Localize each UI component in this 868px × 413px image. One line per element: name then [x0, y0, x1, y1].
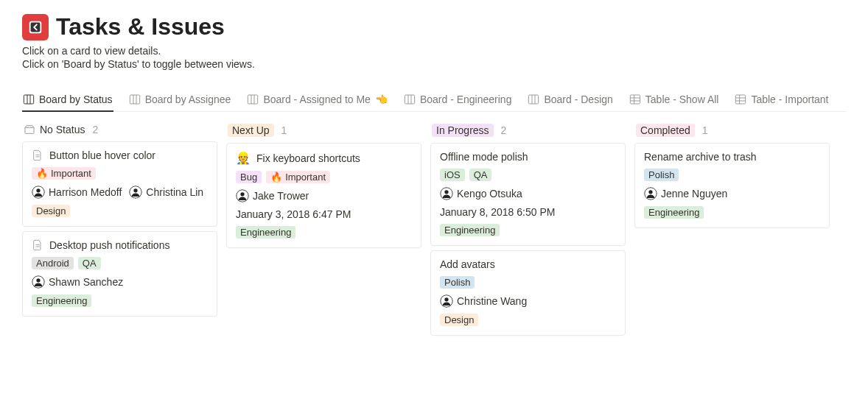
column-nextup: Next Up1👷Fix keyboard shortcutsBug🔥Impor…: [226, 122, 421, 340]
assignees: Jake Trower: [236, 189, 412, 202]
avatar-icon: [440, 187, 453, 200]
card-title-row: Offline mode polish: [440, 151, 616, 163]
view-tab-label: Table - Important: [751, 93, 828, 105]
tag-label: Important: [285, 172, 326, 183]
view-tab-table-important[interactable]: Table - Important: [734, 89, 829, 111]
card[interactable]: Add avatarsPolishChristine WangDesign: [430, 250, 626, 336]
column-header: No Status2: [22, 122, 217, 141]
tag-design: Design: [32, 205, 70, 217]
tag-engineering: Engineering: [644, 206, 704, 219]
person: Christine Wang: [440, 294, 527, 308]
tag-label: Important: [51, 168, 91, 179]
assignees: Harrison MedoffChristina Lin: [32, 186, 208, 199]
team-tags: Engineering: [440, 224, 616, 236]
column-count: 2: [501, 124, 507, 136]
column-header: In Progress2: [430, 122, 626, 143]
app-icon: [22, 14, 49, 40]
person: Kengo Otsuka: [440, 187, 522, 200]
column-header: Next Up1: [226, 122, 421, 143]
board-icon: [129, 93, 141, 105]
card-title: Fix keyboard shortcuts: [256, 152, 360, 164]
subtitle-line-1: Click on a card to view details.: [22, 45, 846, 57]
card-title: Rename archive to trash: [644, 151, 757, 163]
team-tags: Design: [440, 314, 616, 326]
column-count: 1: [281, 124, 287, 136]
person-name: Christina Lin: [146, 186, 203, 198]
column-nostatus: No Status2Button blue hover color🔥Import…: [22, 122, 217, 340]
board-icon: [247, 93, 259, 105]
person-name: Shawn Sanchez: [49, 276, 123, 288]
column-title[interactable]: Completed: [636, 124, 695, 137]
view-tab-label: Board by Status: [39, 93, 113, 105]
team-tags: Engineering: [644, 206, 820, 219]
page-icon: [32, 239, 43, 251]
avatar-icon: [440, 294, 453, 308]
card-title-row: 👷Fix keyboard shortcuts: [236, 151, 412, 165]
card[interactable]: Desktop push notificationsAndroidQAShawn…: [22, 231, 217, 317]
card[interactable]: Offline mode polishiOSQAKengo OtsukaJanu…: [430, 143, 626, 246]
person: Christina Lin: [129, 186, 203, 199]
view-tab-label: Board - Engineering: [420, 93, 512, 105]
column-title[interactable]: No Status: [24, 124, 85, 135]
tag-qa: QA: [469, 169, 492, 181]
priority-tags: Bug🔥Important: [236, 171, 412, 183]
board-icon: [528, 93, 539, 105]
column-header: Completed1: [634, 122, 830, 143]
column-title[interactable]: Next Up: [228, 124, 274, 137]
card-title: Add avatars: [440, 258, 495, 270]
card[interactable]: 👷Fix keyboard shortcutsBug🔥ImportantJake…: [226, 143, 421, 248]
person-name: Christine Wang: [457, 295, 527, 307]
tag-android: Android: [32, 257, 74, 269]
view-tab-label: Table - Show All: [645, 93, 719, 105]
card-title-row: Desktop push notifications: [32, 239, 208, 251]
tag-ios: iOS: [440, 169, 465, 181]
tag-engineering: Engineering: [32, 294, 91, 307]
card[interactable]: Button blue hover color🔥ImportantHarriso…: [22, 141, 217, 227]
project-tags: Polish: [440, 276, 616, 289]
assignees: Kengo Otsuka: [440, 187, 616, 200]
view-tab-table-show-all[interactable]: Table - Show All: [629, 89, 720, 111]
tag-bug: Bug: [236, 171, 262, 183]
view-tab-board-by-assignee[interactable]: Board by Assignee: [128, 89, 232, 111]
project-tags: iOSQA: [440, 169, 616, 181]
view-tab-board-by-status[interactable]: Board by Status: [22, 89, 113, 111]
assignees: Shawn Sanchez: [32, 275, 208, 289]
person-name: Jake Trower: [253, 190, 309, 202]
column-title-label: No Status: [40, 124, 85, 135]
view-tab-label: Board - Assigned to Me: [263, 93, 371, 105]
view-tab-board-assigned-to-me[interactable]: Board - Assigned to Me👈: [246, 89, 388, 111]
card-emoji-icon: 👷: [236, 151, 251, 165]
person: Harrison Medoff: [32, 186, 122, 199]
person-name: Kengo Otsuka: [457, 188, 522, 200]
pointing-hand-icon: 👈: [375, 93, 388, 105]
tag-polish: Polish: [644, 169, 679, 181]
avatar-icon: [236, 189, 249, 202]
card-date: January 3, 2018 6:47 PM: [236, 208, 412, 220]
person: Shawn Sanchez: [32, 275, 123, 289]
tag-engineering: Engineering: [236, 226, 295, 239]
column-completed: Completed1Rename archive to trashPolishJ…: [634, 122, 830, 340]
column-title[interactable]: In Progress: [432, 124, 494, 137]
project-tags: Polish: [644, 169, 820, 181]
avatar-icon: [644, 187, 657, 200]
view-tab-board-design[interactable]: Board - Design: [527, 89, 613, 111]
page-title: Tasks & Issues: [56, 13, 225, 40]
card-title: Button blue hover color: [49, 149, 155, 161]
board-icon: [404, 93, 416, 105]
column-count: 1: [702, 124, 708, 136]
tag-engineering: Engineering: [440, 224, 500, 236]
views-bar: Board by StatusBoard by AssigneeBoard - …: [22, 89, 846, 112]
table-icon: [735, 93, 746, 105]
card[interactable]: Rename archive to trashPolishJenne Nguye…: [634, 143, 830, 228]
subtitle-line-2: Click on 'Board by Status' to toggle bet…: [22, 58, 846, 70]
avatar-icon: [129, 186, 142, 199]
assignees: Jenne Nguyen: [644, 187, 820, 200]
card-title-row: Rename archive to trash: [644, 151, 820, 163]
team-tags: Design: [32, 205, 208, 217]
column-count: 2: [92, 124, 98, 135]
view-tab-board-engineering[interactable]: Board - Engineering: [403, 89, 513, 111]
project-tags: AndroidQA: [32, 257, 208, 269]
tag-qa: QA: [78, 257, 101, 269]
page-icon: [32, 149, 43, 161]
fire-icon: 🔥: [36, 168, 48, 179]
